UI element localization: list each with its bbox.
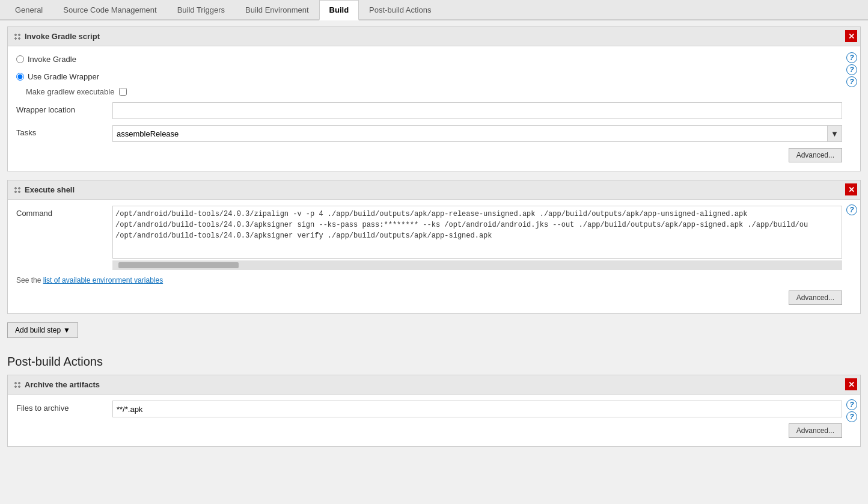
help-icon-shell[interactable]: ? bbox=[846, 204, 857, 215]
execute-shell-help-stack: ? bbox=[846, 204, 857, 215]
execute-shell-advanced-button[interactable]: Advanced... bbox=[789, 290, 842, 305]
scroll-thumb[interactable] bbox=[118, 262, 239, 268]
execute-shell-advanced-row: Advanced... bbox=[16, 290, 842, 305]
env-var-prefix: See the bbox=[16, 276, 43, 284]
wrapper-location-row: Wrapper location bbox=[16, 102, 842, 119]
close-archive-button[interactable]: ✕ bbox=[845, 378, 857, 390]
tasks-input-wrap: assembleRelease ▼ bbox=[112, 125, 842, 142]
archive-help-stack: ? ? bbox=[846, 399, 857, 422]
command-label: Command bbox=[16, 206, 112, 218]
wrapper-location-input[interactable] bbox=[112, 102, 842, 119]
archive-advanced-row: Advanced... bbox=[16, 423, 842, 438]
archive-advanced-button[interactable]: Advanced... bbox=[789, 423, 842, 438]
invoke-gradle-body: ? ? ? Invoke Gradle Use Gradle Wrapper M… bbox=[8, 46, 860, 171]
archive-section: Archive the artifacts ✕ ? ? Files to arc… bbox=[7, 375, 861, 447]
execute-shell-header: Execute shell ✕ bbox=[8, 180, 860, 200]
execute-shell-body: ? Command /opt/android/build-tools/24.0.… bbox=[8, 200, 860, 313]
scroll-track-bg bbox=[112, 260, 842, 270]
use-gradle-wrapper-radio-row: Use Gradle Wrapper bbox=[16, 70, 842, 84]
help-icon-3[interactable]: ? bbox=[846, 76, 857, 87]
make-executable-row: Make gradlew executable bbox=[16, 87, 842, 96]
invoke-gradle-section: Invoke Gradle script ✕ ? ? ? Invoke Grad… bbox=[7, 26, 861, 171]
files-to-archive-row: Files to archive **/*.apk bbox=[16, 401, 842, 417]
invoke-gradle-radio[interactable] bbox=[16, 55, 24, 63]
command-scrollbar[interactable] bbox=[112, 260, 842, 270]
execute-shell-title: Execute shell bbox=[25, 185, 75, 194]
invoke-gradle-radio-row: Invoke Gradle bbox=[16, 52, 842, 66]
tasks-control: assembleRelease ▼ bbox=[112, 125, 842, 142]
help-icon-archive[interactable]: ? bbox=[846, 399, 857, 410]
add-build-step-arrow-icon: ▼ bbox=[63, 326, 70, 334]
drag-handle-icon bbox=[14, 33, 21, 40]
wrapper-location-control bbox=[112, 102, 842, 119]
add-build-step-container: Add build step ▼ bbox=[7, 322, 861, 346]
tab-build[interactable]: Build bbox=[319, 0, 359, 20]
command-control: /opt/android/build-tools/24.0.3/zipalign… bbox=[112, 206, 842, 270]
archive-title: Archive the artifacts bbox=[25, 380, 100, 389]
help-icons-stack: ? ? ? bbox=[846, 52, 857, 87]
make-executable-checkbox[interactable] bbox=[119, 88, 127, 96]
drag-handle-icon-3 bbox=[14, 381, 21, 389]
command-row: Command /opt/android/build-tools/24.0.3/… bbox=[16, 206, 842, 270]
archive-header: Archive the artifacts ✕ bbox=[8, 375, 860, 395]
add-build-step-label: Add build step bbox=[15, 326, 61, 334]
command-textarea[interactable]: /opt/android/build-tools/24.0.3/zipalign… bbox=[112, 206, 842, 259]
close-invoke-gradle-button[interactable]: ✕ bbox=[845, 30, 857, 42]
tab-build-triggers[interactable]: Build Triggers bbox=[167, 0, 235, 20]
main-content: Invoke Gradle script ✕ ? ? ? Invoke Grad… bbox=[0, 20, 868, 461]
use-gradle-wrapper-radio[interactable] bbox=[16, 73, 24, 81]
tab-post-build-actions[interactable]: Post-build Actions bbox=[359, 0, 441, 20]
tasks-row: Tasks assembleRelease ▼ bbox=[16, 125, 842, 142]
invoke-gradle-title: Invoke Gradle script bbox=[25, 32, 100, 41]
invoke-gradle-advanced-button[interactable]: Advanced... bbox=[789, 148, 842, 162]
drag-handle-icon-2 bbox=[14, 186, 21, 194]
close-execute-shell-button[interactable]: ✕ bbox=[845, 183, 857, 195]
files-to-archive-control: **/*.apk bbox=[112, 401, 842, 417]
make-executable-label: Make gradlew executable bbox=[26, 87, 114, 96]
tasks-dropdown-button[interactable]: ▼ bbox=[828, 125, 842, 142]
execute-shell-section: Execute shell ✕ ? Command /opt/android/b… bbox=[7, 180, 861, 314]
tab-source-code-management[interactable]: Source Code Management bbox=[53, 0, 167, 20]
tasks-label: Tasks bbox=[16, 125, 112, 137]
tab-general[interactable]: General bbox=[5, 0, 53, 20]
files-to-archive-label: Files to archive bbox=[16, 401, 112, 413]
files-to-archive-input[interactable]: **/*.apk bbox=[112, 401, 842, 417]
archive-body: ? ? Files to archive **/*.apk Advanced..… bbox=[8, 395, 860, 446]
use-gradle-wrapper-radio-label: Use Gradle Wrapper bbox=[28, 72, 99, 81]
invoke-gradle-advanced-row: Advanced... bbox=[16, 148, 842, 162]
post-build-title: Post-build Actions bbox=[7, 355, 861, 369]
add-build-step-button[interactable]: Add build step ▼ bbox=[7, 322, 78, 338]
tasks-input[interactable]: assembleRelease bbox=[112, 125, 828, 142]
wrapper-location-label: Wrapper location bbox=[16, 102, 112, 114]
invoke-gradle-header: Invoke Gradle script ✕ bbox=[8, 27, 860, 46]
env-link-row: See the list of available environment va… bbox=[16, 276, 842, 284]
help-icon-1[interactable]: ? bbox=[846, 52, 857, 63]
help-icon-archive-2[interactable]: ? bbox=[846, 411, 857, 422]
env-var-link[interactable]: list of available environment variables bbox=[43, 276, 163, 284]
tab-build-environment[interactable]: Build Environment bbox=[235, 0, 319, 20]
invoke-gradle-radio-label: Invoke Gradle bbox=[28, 55, 76, 64]
tabs-bar: General Source Code Management Build Tri… bbox=[0, 0, 868, 20]
help-icon-2[interactable]: ? bbox=[846, 64, 857, 75]
